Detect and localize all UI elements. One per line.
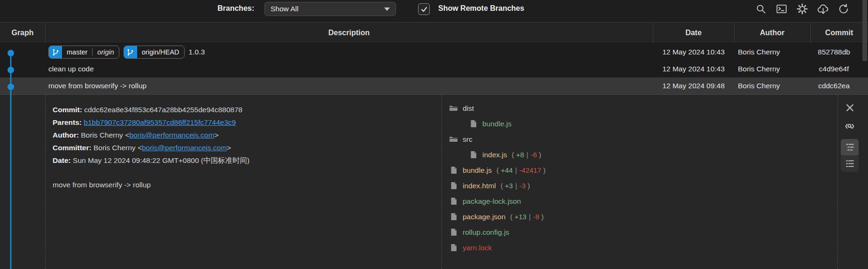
- column-header-description: Description: [45, 29, 653, 37]
- file-name: index.js: [482, 151, 507, 159]
- angle-close: >: [214, 131, 218, 139]
- fetch-button[interactable]: [815, 1, 830, 16]
- panel-actions: [840, 100, 859, 172]
- committer-label: Committer:: [53, 144, 92, 152]
- parent-hash-link[interactable]: b1bb7907c37280af95357cd86ff215fc7744e3c9: [84, 118, 236, 126]
- additions: +44: [501, 166, 512, 174]
- file-name: package.json: [463, 213, 505, 221]
- additions: +8: [516, 151, 524, 159]
- stats-separator: |: [527, 213, 533, 221]
- panel-divider: [837, 95, 838, 269]
- file-row[interactable]: rollup.config.js: [442, 224, 799, 240]
- stats-separator: |: [513, 182, 519, 190]
- column-resize-handle[interactable]: [653, 23, 653, 43]
- file-icon: [469, 120, 478, 128]
- column-header-date: Date: [653, 29, 734, 37]
- terminal-button[interactable]: [774, 1, 789, 16]
- file-change-stats: +8|-6: [512, 151, 542, 159]
- list-view-icon: [845, 158, 855, 169]
- file-name: yarn.lock: [463, 244, 492, 252]
- description-cell: move from browserify -> rollup: [45, 82, 653, 90]
- search-button[interactable]: [753, 1, 768, 16]
- file-view-toggle: [841, 139, 859, 172]
- git-branch-icon: [124, 46, 137, 59]
- file-icon: [449, 166, 458, 174]
- branches-dropdown[interactable]: Show All: [264, 2, 396, 16]
- file-tree: dist bundle.js: [442, 100, 799, 255]
- branch-name: master: [62, 48, 92, 56]
- commit-date: Sun May 12 2024 09:48:22 GMT+0800 (中国标准时…: [73, 156, 249, 164]
- commit-message: clean up code: [48, 65, 94, 73]
- commit-node[interactable]: [8, 84, 14, 90]
- file-icon: [449, 244, 458, 252]
- commit-node[interactable]: [8, 67, 14, 73]
- file-change-stats: +3|-3: [501, 182, 530, 190]
- close-panel-button[interactable]: [841, 100, 859, 115]
- angle-close: >: [227, 144, 231, 152]
- settings-button[interactable]: [795, 1, 810, 16]
- author-email-link[interactable]: boris@performancejs.com: [129, 131, 214, 139]
- file-change-stats: +44|-42417: [496, 166, 545, 174]
- gear-icon: [796, 3, 808, 15]
- tree-view-icon: [845, 142, 855, 153]
- file-icon: [449, 213, 458, 221]
- folder-row[interactable]: dist: [442, 100, 799, 116]
- commit-details-panel: Commit: cddc62ea8e34f853c647a28bb4255de9…: [0, 94, 868, 269]
- deletions: -42417: [519, 166, 542, 174]
- vertical-scrollbar[interactable]: [862, 0, 867, 61]
- commit-hash-cell: c4d9e64f: [810, 65, 868, 73]
- deletions: -8: [533, 213, 539, 221]
- commit-row[interactable]: clean up code 12 May 2024 10:43 Boris Ch…: [0, 61, 868, 77]
- terminal-icon: [775, 3, 788, 15]
- column-header-commit: Commit: [810, 29, 868, 37]
- commit-info: Commit: cddc62ea8e34f853c647a28bb4255de9…: [53, 103, 249, 191]
- branch-label-master[interactable]: master origin: [48, 46, 119, 59]
- folder-icon: [449, 104, 458, 112]
- file-row[interactable]: index.html +3|-3: [442, 178, 799, 193]
- file-tree-view-button[interactable]: [841, 139, 859, 155]
- folder-row[interactable]: src: [442, 131, 799, 147]
- file-icon: [449, 228, 458, 236]
- column-header-author: Author: [734, 29, 810, 37]
- toolbar: Branches: Show All Show Remote Branches: [0, 0, 868, 22]
- commit-node[interactable]: [8, 50, 14, 56]
- commit-label: Commit:: [53, 106, 82, 114]
- file-icon: [449, 182, 458, 190]
- file-icon: [469, 151, 478, 159]
- committer-email-link[interactable]: boris@performancejs.com: [142, 144, 227, 152]
- file-row[interactable]: bundle.js: [442, 116, 799, 131]
- column-resize-handle[interactable]: [810, 23, 811, 43]
- file-name: dist: [463, 104, 474, 113]
- column-resize-handle[interactable]: [734, 23, 735, 43]
- show-remote-branches-checkbox[interactable]: [418, 3, 430, 15]
- refresh-button[interactable]: [836, 1, 851, 16]
- commit-row[interactable]: master origin origin/HEAD 1.0.3: [0, 44, 868, 61]
- panel-divider: [45, 95, 46, 269]
- search-icon: [755, 3, 767, 15]
- close-icon: [845, 102, 855, 113]
- stats-separator: |: [513, 166, 519, 174]
- author-label: Author:: [53, 131, 79, 139]
- commit-row-selected[interactable]: move from browserify -> rollup 12 May 20…: [0, 77, 868, 94]
- angle-open: <: [125, 131, 129, 139]
- table-header: Graph Description Date Author Commit: [0, 22, 868, 44]
- commit-full-message: move from browserify -> rollup: [53, 178, 249, 191]
- commit-hash-cell: cddc62ea: [810, 82, 868, 90]
- branch-label-origin-head[interactable]: origin/HEAD: [124, 46, 185, 59]
- file-row[interactable]: bundle.js +44|-42417: [442, 162, 799, 178]
- file-name: index.html: [463, 182, 496, 190]
- column-resize-handle[interactable]: [45, 23, 46, 43]
- file-row[interactable]: index.js +8|-6: [442, 147, 799, 162]
- git-branch-icon: [49, 46, 62, 59]
- refresh-icon: [837, 3, 850, 15]
- file-row[interactable]: yarn.lock: [442, 240, 799, 255]
- code-review-button[interactable]: [841, 119, 859, 133]
- file-row[interactable]: package-lock.json: [442, 193, 799, 209]
- date-cell: 12 May 2024 09:48: [653, 82, 734, 90]
- author-cell: Boris Cherny: [734, 48, 810, 56]
- file-list-view-button[interactable]: [841, 155, 859, 172]
- file-row[interactable]: package.json +13|-8: [442, 209, 799, 224]
- folder-icon: [449, 135, 458, 143]
- stats-separator: |: [524, 151, 531, 159]
- additions: +13: [515, 213, 527, 221]
